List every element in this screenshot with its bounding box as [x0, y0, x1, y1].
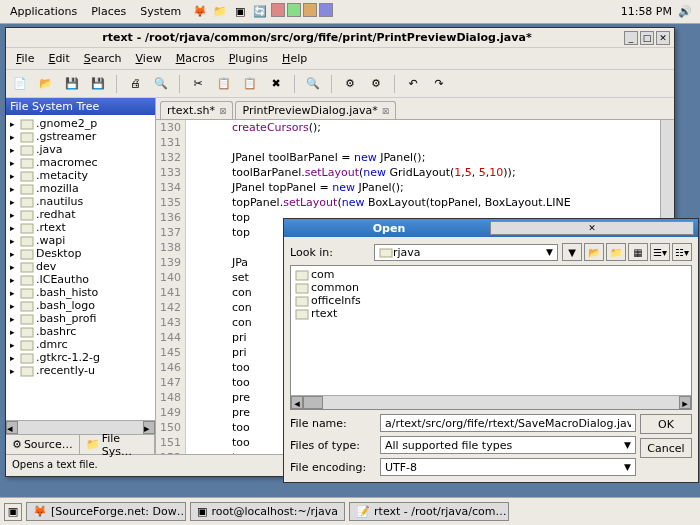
- file-list-item[interactable]: com: [293, 268, 689, 281]
- look-in-combo[interactable]: rjava ▼: [374, 244, 558, 261]
- tree-item[interactable]: ▸.bashrc: [8, 325, 153, 338]
- menu-search[interactable]: Search: [78, 50, 128, 67]
- find-button[interactable]: 🔍: [303, 74, 323, 94]
- tab-printpreviewdialog[interactable]: PrintPreviewDialog.java*⊠: [235, 101, 396, 119]
- copy-button[interactable]: 📋: [214, 74, 234, 94]
- tree-item[interactable]: ▸dev: [8, 260, 153, 273]
- expand-arrow-icon[interactable]: ▸: [10, 184, 20, 194]
- close-icon[interactable]: ⊠: [219, 106, 227, 116]
- home-button[interactable]: 📁: [606, 243, 626, 261]
- tree-item[interactable]: ▸.wapi: [8, 234, 153, 247]
- tree-item[interactable]: ▸.gtkrc-1.2-g: [8, 351, 153, 364]
- new-button[interactable]: 📄: [10, 74, 30, 94]
- expand-arrow-icon[interactable]: ▸: [10, 262, 20, 272]
- saveall-button[interactable]: 💾: [88, 74, 108, 94]
- taskbar-item-firefox[interactable]: 🦊[SourceForge.net: Dow…: [26, 502, 186, 521]
- ok-button[interactable]: OK: [640, 414, 692, 434]
- terminal-icon[interactable]: ▣: [231, 3, 249, 21]
- cut-button[interactable]: ✂: [188, 74, 208, 94]
- config1-button[interactable]: ⚙: [340, 74, 360, 94]
- dialog-titlebar[interactable]: Open ✕: [284, 219, 698, 237]
- filename-input[interactable]: [380, 414, 636, 432]
- expand-arrow-icon[interactable]: ▸: [10, 119, 20, 129]
- workspace-3-icon[interactable]: [303, 3, 317, 17]
- volume-icon[interactable]: 🔊: [678, 5, 692, 18]
- menu-file[interactable]: File: [10, 50, 40, 67]
- expand-arrow-icon[interactable]: ▸: [10, 197, 20, 207]
- firefox-icon[interactable]: 🦊: [191, 3, 209, 21]
- tree-item[interactable]: ▸Desktop: [8, 247, 153, 260]
- close-icon[interactable]: ⊠: [382, 106, 390, 116]
- file-list-item[interactable]: officelnfs: [293, 294, 689, 307]
- nautilus-icon[interactable]: 📁: [211, 3, 229, 21]
- save-button[interactable]: 💾: [62, 74, 82, 94]
- list-view-button[interactable]: ☰▾: [650, 243, 670, 261]
- undo-button[interactable]: ↶: [403, 74, 423, 94]
- file-list-item[interactable]: rtext: [293, 307, 689, 320]
- show-desktop-icon[interactable]: ▣: [4, 503, 22, 521]
- clock[interactable]: 11:58 PM: [621, 5, 672, 18]
- expand-arrow-icon[interactable]: ▸: [10, 158, 20, 168]
- new-folder-button[interactable]: ▦: [628, 243, 648, 261]
- file-list-hscrollbar[interactable]: ◂ ▸: [291, 395, 691, 409]
- detail-view-button[interactable]: ☷▾: [672, 243, 692, 261]
- taskbar-item-rtext[interactable]: 📝rtext - /root/rjava/com…: [349, 502, 509, 521]
- expand-arrow-icon[interactable]: ▸: [10, 275, 20, 285]
- maximize-button[interactable]: □: [640, 31, 654, 45]
- menu-view[interactable]: View: [130, 50, 168, 67]
- expand-arrow-icon[interactable]: ▸: [10, 340, 20, 350]
- menu-edit[interactable]: Edit: [42, 50, 75, 67]
- tree-item[interactable]: ▸.redhat: [8, 208, 153, 221]
- file-list[interactable]: comcommonofficelnfsrtext ◂ ▸: [290, 265, 692, 410]
- applications-menu[interactable]: Applications: [4, 3, 83, 20]
- tree-item[interactable]: ▸.bash_profi: [8, 312, 153, 325]
- titlebar[interactable]: rtext - /root/rjava/common/src/org/fife/…: [6, 28, 674, 48]
- expand-arrow-icon[interactable]: ▸: [10, 249, 20, 259]
- minimize-button[interactable]: _: [624, 31, 638, 45]
- expand-arrow-icon[interactable]: ▸: [10, 301, 20, 311]
- places-menu[interactable]: Places: [85, 3, 132, 20]
- taskbar-item-terminal[interactable]: ▣root@localhost:~/rjava: [190, 502, 345, 521]
- tree-item[interactable]: ▸.gnome2_p: [8, 117, 153, 130]
- dialog-close-button[interactable]: ✕: [490, 221, 694, 235]
- expand-arrow-icon[interactable]: ▸: [10, 236, 20, 246]
- expand-arrow-icon[interactable]: ▸: [10, 327, 20, 337]
- open-button[interactable]: 📂: [36, 74, 56, 94]
- expand-arrow-icon[interactable]: ▸: [10, 366, 20, 376]
- up-directory-button[interactable]: 📂: [584, 243, 604, 261]
- expand-arrow-icon[interactable]: ▸: [10, 171, 20, 181]
- tree-item[interactable]: ▸.macromec: [8, 156, 153, 169]
- workspace-2-icon[interactable]: [287, 3, 301, 17]
- tab-rtext-sh[interactable]: rtext.sh*⊠: [160, 101, 233, 119]
- expand-arrow-icon[interactable]: ▸: [10, 145, 20, 155]
- expand-arrow-icon[interactable]: ▸: [10, 223, 20, 233]
- expand-arrow-icon[interactable]: ▸: [10, 314, 20, 324]
- tree-item[interactable]: ▸.java: [8, 143, 153, 156]
- filetype-combo[interactable]: All supported file types ▼: [380, 436, 636, 454]
- tree-item[interactable]: ▸.nautilus: [8, 195, 153, 208]
- close-button[interactable]: ✕: [656, 31, 670, 45]
- menu-plugins[interactable]: Plugins: [223, 50, 274, 67]
- expand-arrow-icon[interactable]: ▸: [10, 288, 20, 298]
- tree-item[interactable]: ▸.recently-u: [8, 364, 153, 377]
- tree-item[interactable]: ▸.ICEautho: [8, 273, 153, 286]
- tree-item[interactable]: ▸.bash_histo: [8, 286, 153, 299]
- config2-button[interactable]: ⚙: [366, 74, 386, 94]
- tree-item[interactable]: ▸.metacity: [8, 169, 153, 182]
- menu-help[interactable]: Help: [276, 50, 313, 67]
- delete-button[interactable]: ✖: [266, 74, 286, 94]
- file-system-tab[interactable]: 📁File Sys…: [80, 435, 155, 454]
- tree-item[interactable]: ▸.gstreamer: [8, 130, 153, 143]
- paste-button[interactable]: 📋: [240, 74, 260, 94]
- file-tree[interactable]: ▸.gnome2_p▸.gstreamer▸.java▸.macromec▸.m…: [6, 115, 155, 420]
- workspace-4-icon[interactable]: [319, 3, 333, 17]
- tree-item[interactable]: ▸.bash_logo: [8, 299, 153, 312]
- menu-macros[interactable]: Macros: [170, 50, 221, 67]
- tree-item[interactable]: ▸.dmrc: [8, 338, 153, 351]
- expand-arrow-icon[interactable]: ▸: [10, 132, 20, 142]
- source-browser-tab[interactable]: ⚙Source…: [6, 435, 80, 454]
- encoding-combo[interactable]: UTF-8 ▼: [380, 458, 636, 476]
- update-icon[interactable]: 🔄: [251, 3, 269, 21]
- system-menu[interactable]: System: [134, 3, 187, 20]
- print-button[interactable]: 🖨: [125, 74, 145, 94]
